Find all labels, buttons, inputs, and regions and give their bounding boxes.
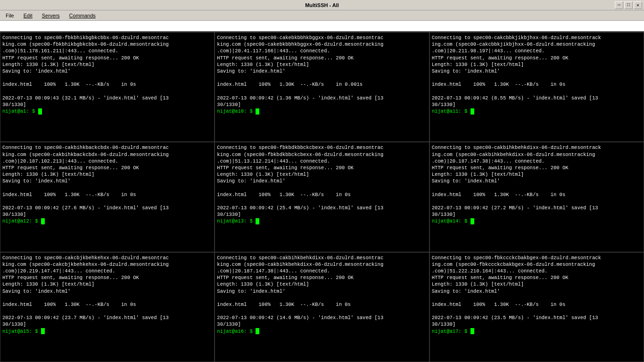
window-controls: — □ ✕ bbox=[615, 1, 642, 9]
menu-servers[interactable]: Servers bbox=[38, 12, 64, 19]
cursor-a10 bbox=[256, 108, 259, 115]
prompt-line-a10: nijat@a10: $ bbox=[217, 108, 427, 115]
title-bar: MultiSSH - All — □ ✕ bbox=[0, 0, 644, 10]
terminal-output-a1: Connecting to spec00-fbkbhikbgbkcbbx-06-… bbox=[2, 34, 212, 108]
maximize-button[interactable]: □ bbox=[624, 1, 633, 9]
close-button[interactable]: ✕ bbox=[634, 1, 642, 9]
terminal-output-a17: Connecting to spec00-fbkccckcbakbgex-06-… bbox=[432, 255, 642, 328]
terminal-pane-a11[interactable]: Connecting to spec00-cakcbbkjikbjhxx-06-… bbox=[429, 32, 644, 142]
cursor-a1 bbox=[38, 108, 42, 115]
prompt-line-a11: nijat@a11: $ bbox=[432, 108, 642, 115]
prompt-line-a1: nijat@a1: $ bbox=[2, 108, 212, 115]
terminal-pane-a12[interactable]: Connecting to spec00-cakbihkbackcbdx-06-… bbox=[0, 142, 215, 252]
menu-bar: File Edit Servers Commands bbox=[0, 10, 644, 21]
minimize-button[interactable]: — bbox=[615, 1, 623, 9]
terminal-pane-a16[interactable]: Connecting to spec00-cakbihkbehkdixx-06-… bbox=[215, 252, 429, 362]
cursor-a16 bbox=[256, 328, 259, 334]
prompt-line-a14: nijat@a14: $ bbox=[432, 218, 642, 224]
cursor-a17 bbox=[471, 328, 474, 334]
window-title: MultiSSH - All bbox=[305, 2, 339, 8]
cursor-a15 bbox=[41, 328, 45, 334]
command-bar bbox=[0, 21, 644, 32]
menu-commands[interactable]: Commands bbox=[66, 12, 99, 19]
prompt-line-a13: nijat@a13: $ bbox=[217, 218, 427, 224]
terminal-output-a12: Connecting to spec00-cakbihkbackcbdx-06-… bbox=[2, 144, 212, 218]
terminal-output-a14: Connecting to spec00-cakbihkbehkdixx-06-… bbox=[432, 144, 642, 218]
cursor-a13 bbox=[256, 218, 259, 224]
prompt-line-a15: nijat@a15: $ bbox=[2, 328, 212, 335]
terminal-pane-a1[interactable]: Connecting to spec00-fbkbhikbgbkcbbx-06-… bbox=[0, 32, 215, 142]
terminal-pane-a17[interactable]: Connecting to spec00-fbkccckcbakbgex-06-… bbox=[429, 252, 644, 362]
cursor-a12 bbox=[41, 218, 45, 224]
terminal-output-a11: Connecting to spec00-cakcbbkjikbjhxx-06-… bbox=[432, 34, 642, 108]
cursor-a11 bbox=[471, 108, 474, 115]
terminal-output-a10: Connecting to spec00-cakebkbbhkbggxx-06-… bbox=[217, 34, 427, 108]
terminal-output-a16: Connecting to spec00-cakbihkbehkdixx-06-… bbox=[217, 255, 427, 328]
prompt-line-a12: nijat@a12: $ bbox=[2, 218, 212, 224]
menu-file[interactable]: File bbox=[2, 12, 18, 19]
terminal-pane-a13[interactable]: Connecting to spec00-fbkbdkbbckcbexx-06-… bbox=[215, 142, 429, 252]
terminal-pane-a14[interactable]: Connecting to spec00-cakbihkbehkdixx-06-… bbox=[429, 142, 644, 252]
prompt-line-a17: nijat@a17: $ bbox=[432, 328, 642, 335]
terminal-pane-a10[interactable]: Connecting to spec00-cakebkbbhkbggxx-06-… bbox=[215, 32, 429, 142]
menu-edit[interactable]: Edit bbox=[20, 12, 36, 19]
prompt-line-a16: nijat@a16: $ bbox=[217, 328, 427, 335]
command-input[interactable] bbox=[0, 22, 644, 31]
terminal-pane-a15[interactable]: Connecting to spec00-cakcbjkbehkehxx-06-… bbox=[0, 252, 215, 362]
terminal-grid: Connecting to spec00-fbkbhikbgbkcbbx-06-… bbox=[0, 32, 644, 362]
terminal-output-a13: Connecting to spec00-fbkbdkbbckcbexx-06-… bbox=[217, 144, 427, 218]
cursor-a14 bbox=[471, 218, 474, 224]
terminal-output-a15: Connecting to spec00-cakcbjkbehkehxx-06-… bbox=[2, 255, 212, 328]
